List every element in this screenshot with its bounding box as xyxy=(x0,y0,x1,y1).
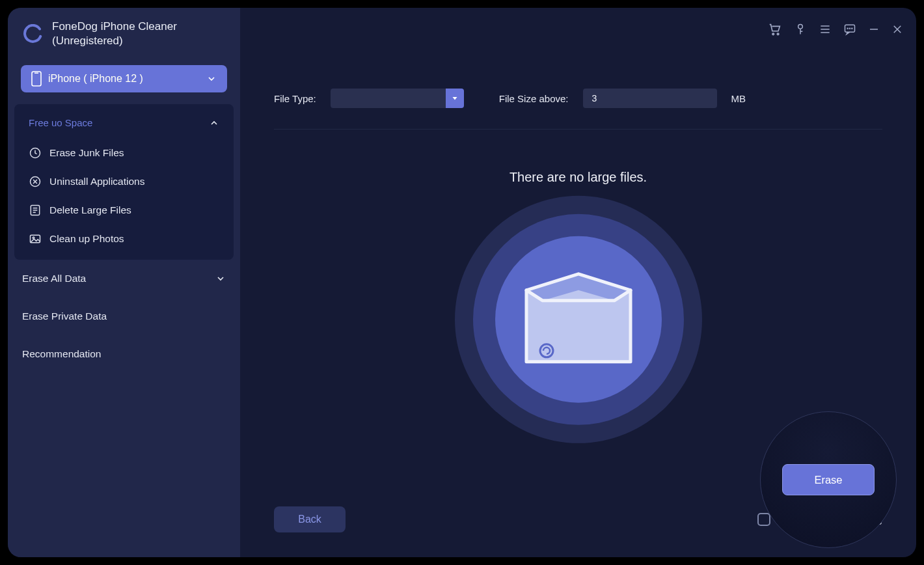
sidebar-item-label: Delete Large Files xyxy=(49,204,131,216)
cart-icon[interactable] xyxy=(768,22,782,36)
file-type-label: File Type: xyxy=(274,93,316,104)
section-free-space: Free uo Space Erase Junk Files Uninstall… xyxy=(14,104,234,260)
dropdown-arrow-icon xyxy=(446,89,464,108)
file-type-value xyxy=(331,89,446,108)
sidebar-item-label: Clean up Photos xyxy=(49,233,124,245)
svg-rect-0 xyxy=(32,72,41,86)
svg-point-23 xyxy=(852,28,852,29)
file-list-icon xyxy=(29,204,42,217)
key-icon[interactable] xyxy=(794,23,807,36)
erase-ring: Erase xyxy=(760,411,897,548)
brand: FoneDog iPhone Cleaner (Unregistered) xyxy=(8,20,240,61)
device-label: iPhone ( iPhone 12 ) xyxy=(48,73,143,85)
chevron-down-icon xyxy=(206,74,217,84)
clock-icon xyxy=(29,146,42,159)
back-button[interactable]: Back xyxy=(274,506,346,532)
free-space-card: Free uo Space Erase Junk Files Uninstall… xyxy=(14,104,234,260)
sidebar-item-delete-large[interactable]: Delete Large Files xyxy=(20,196,228,225)
titlebar xyxy=(768,22,903,36)
sidebar-item-erase-private[interactable]: Erase Private Data xyxy=(8,297,240,335)
box-icon xyxy=(513,264,644,375)
svg-point-13 xyxy=(777,33,779,35)
sidebar-item-label: Erase Junk Files xyxy=(49,147,124,159)
logo-icon xyxy=(23,24,43,44)
uninstall-icon xyxy=(29,175,42,188)
sidebar-item-recommendation[interactable]: Recommendation xyxy=(8,335,240,373)
free-space-header[interactable]: Free uo Space xyxy=(20,111,228,139)
empty-message: There are no large files. xyxy=(240,170,916,185)
close-icon[interactable] xyxy=(891,23,903,35)
empty-illustration xyxy=(455,196,702,443)
app-window: FoneDog iPhone Cleaner (Unregistered) iP… xyxy=(8,8,916,557)
svg-point-14 xyxy=(798,25,803,29)
chevron-down-icon xyxy=(215,273,226,284)
sidebar-item-label: Recommendation xyxy=(22,348,101,360)
sidebar-item-label: Erase All Data xyxy=(22,273,86,284)
feedback-icon[interactable] xyxy=(843,23,856,36)
sidebar-item-label: Erase Private Data xyxy=(22,310,107,322)
sidebar: FoneDog iPhone Cleaner (Unregistered) iP… xyxy=(8,8,240,557)
file-size-label: File Size above: xyxy=(499,93,569,104)
brand-title: FoneDog iPhone Cleaner xyxy=(52,20,177,34)
brand-subtitle: (Unregistered) xyxy=(52,34,177,48)
svg-point-22 xyxy=(850,28,850,29)
file-size-input[interactable] xyxy=(583,89,717,108)
minimize-icon[interactable] xyxy=(868,23,880,35)
svg-point-12 xyxy=(772,33,774,35)
file-type-select[interactable] xyxy=(331,89,464,108)
device-selector[interactable]: iPhone ( iPhone 12 ) xyxy=(21,65,227,92)
sidebar-item-erase-junk[interactable]: Erase Junk Files xyxy=(20,139,228,167)
divider xyxy=(274,129,882,130)
image-icon xyxy=(29,232,42,245)
svg-point-21 xyxy=(847,28,848,29)
file-size-unit: MB xyxy=(731,93,746,104)
sidebar-item-uninstall-apps[interactable]: Uninstall Applications xyxy=(20,167,228,196)
svg-marker-27 xyxy=(452,97,457,100)
chevron-up-icon xyxy=(209,118,219,128)
brand-text: FoneDog iPhone Cleaner (Unregistered) xyxy=(52,20,177,48)
sidebar-item-clean-photos[interactable]: Clean up Photos xyxy=(20,225,228,253)
phone-icon xyxy=(31,71,42,87)
sidebar-item-erase-all[interactable]: Erase All Data xyxy=(8,260,240,297)
sidebar-item-label: Uninstall Applications xyxy=(49,176,144,187)
backup-checkbox[interactable] xyxy=(757,513,770,526)
menu-icon[interactable] xyxy=(819,23,832,36)
free-space-header-label: Free uo Space xyxy=(29,117,92,128)
erase-button[interactable]: Erase xyxy=(782,464,875,495)
main-area: File Type: File Size above: MB There are… xyxy=(240,8,916,557)
